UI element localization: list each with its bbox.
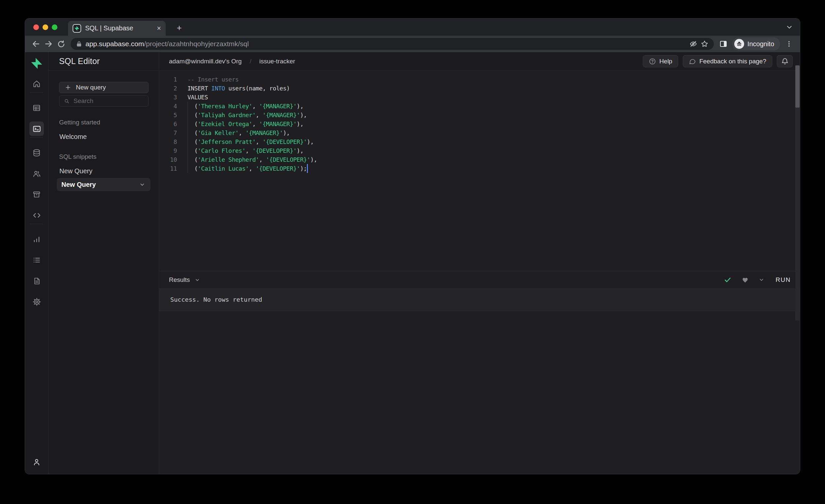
browser-toolbar: app.supabase.com/project/azahtnhqohyjerz…: [25, 35, 800, 52]
line-number: 10: [159, 155, 177, 164]
rail-divider: [30, 224, 43, 224]
page-title: SQL Editor: [59, 57, 100, 66]
search-input[interactable]: [74, 97, 144, 104]
sidebar-item-home[interactable]: [29, 77, 44, 91]
sql-code-editor[interactable]: 1-- Insert users2INSERT INTO users(name,…: [159, 71, 800, 271]
sidebar-item-api-docs[interactable]: [29, 274, 44, 288]
notifications-button[interactable]: [777, 55, 793, 67]
code-line[interactable]: 1-- Insert users: [159, 75, 800, 84]
nav-rail: [25, 52, 49, 474]
zoom-window-button[interactable]: [52, 24, 57, 30]
url-path: /project/azahtnhqohyjerzaxtmk/sql: [144, 40, 249, 48]
back-button[interactable]: [30, 38, 42, 50]
side-panel-icon[interactable]: [717, 38, 730, 50]
code-line[interactable]: 4 ('Theresa Hurley', '{MANAGER}'),: [159, 102, 800, 111]
text-cursor: [307, 164, 308, 173]
line-number: 11: [159, 164, 177, 173]
incognito-badge: Incognito: [732, 37, 780, 51]
sidebar-item-welcome[interactable]: Welcome: [59, 133, 149, 141]
incognito-label: Incognito: [747, 40, 774, 48]
url-host: app.supabase.com: [85, 40, 144, 48]
rail-divider: [30, 137, 43, 138]
new-tab-button[interactable]: +: [174, 23, 184, 33]
minimize-window-button[interactable]: [43, 24, 48, 30]
sidebar-item-new-query[interactable]: New Query: [59, 167, 149, 175]
supabase-logo: [74, 26, 80, 31]
url-bar[interactable]: app.supabase.com/project/azahtnhqohyjerz…: [71, 38, 714, 50]
url-text: app.supabase.com/project/azahtnhqohyjerz…: [85, 40, 686, 48]
traffic-lights: [33, 24, 57, 30]
lock-icon: [76, 41, 82, 47]
code-line[interactable]: 3VALUES: [159, 93, 800, 102]
help-button[interactable]: Help: [643, 55, 678, 67]
sidebar-header: SQL Editor: [49, 52, 159, 71]
code-line[interactable]: 6 ('Ezekiel Ortega', '{MANAGER}'),: [159, 120, 800, 128]
chevron-down-icon[interactable]: [759, 277, 764, 283]
code-line[interactable]: 11 ('Caitlin Lucas', '{DEVELOPER}');: [159, 164, 800, 173]
line-number: 8: [159, 137, 177, 146]
scrollbar-track[interactable]: [795, 107, 800, 320]
code-lines: 1-- Insert users2INSERT INTO users(name,…: [159, 75, 800, 173]
line-number: 1: [159, 75, 177, 84]
line-number: 7: [159, 128, 177, 137]
star-icon[interactable]: [700, 40, 708, 48]
supabase-logo[interactable]: [31, 57, 43, 69]
kebab-menu-icon[interactable]: [783, 38, 795, 50]
breadcrumb-project[interactable]: issue-tracker: [259, 58, 295, 65]
results-dropdown[interactable]: Results: [169, 276, 200, 284]
close-window-button[interactable]: [33, 24, 39, 30]
tab-title: SQL | Supabase: [85, 24, 153, 32]
supabase-app: SQL Editor New query Getting started Wel…: [25, 52, 800, 474]
sidebar-item-reports[interactable]: [29, 232, 44, 246]
line-number: 6: [159, 120, 177, 128]
sidebar-item-new-query-selected[interactable]: New Query: [57, 178, 150, 191]
tab-strip: SQL | Supabase × +: [25, 18, 800, 35]
sidebar-item-edge-functions[interactable]: [29, 208, 44, 222]
new-query-button[interactable]: New query: [59, 82, 149, 93]
heart-icon[interactable]: [742, 276, 749, 284]
chevron-down-icon[interactable]: [139, 182, 145, 188]
line-number: 2: [159, 84, 177, 93]
supabase-favicon: [73, 24, 81, 33]
run-button[interactable]: RUN: [774, 274, 792, 286]
results-empty-area: [159, 311, 800, 474]
query-result-message: Success. No rows returned: [159, 288, 800, 311]
sidebar-item-table-editor[interactable]: [29, 101, 44, 115]
tab-search-chevron-icon[interactable]: [786, 24, 793, 30]
tab-close-icon[interactable]: ×: [157, 25, 161, 32]
code-line[interactable]: 7 ('Gia Keller', '{MANAGER}'),: [159, 128, 800, 137]
breadcrumb-org[interactable]: adam@windmill.dev's Org: [169, 58, 241, 65]
line-number: 4: [159, 102, 177, 111]
eye-off-icon[interactable]: [689, 40, 697, 48]
sidebar-item-sql-editor[interactable]: [29, 122, 44, 136]
code-line[interactable]: 9 ('Carlo Flores', '{DEVELOPER}'),: [159, 146, 800, 155]
sidebar-item-storage[interactable]: [29, 187, 44, 202]
chat-bubble-icon: [689, 58, 696, 65]
scrollbar-thumb[interactable]: [795, 65, 800, 107]
sidebar-item-authentication[interactable]: [29, 166, 44, 181]
code-line[interactable]: 8 ('Jefferson Pratt', '{DEVELOPER}'),: [159, 137, 800, 146]
indent-guide: [188, 102, 188, 173]
browser-tab[interactable]: SQL | Supabase ×: [68, 21, 166, 35]
browser-window: SQL | Supabase × + app.supabase.com/proj…: [25, 18, 800, 474]
help-circle-icon: [649, 58, 656, 65]
breadcrumb-separator: /: [249, 58, 251, 65]
sql-editor-sidebar: SQL Editor New query Getting started Wel…: [49, 52, 159, 474]
line-number: 5: [159, 111, 177, 120]
settings-gear-icon[interactable]: [29, 294, 44, 309]
sidebar-item-database[interactable]: [29, 146, 44, 160]
bell-icon: [781, 57, 789, 65]
check-icon: [724, 276, 732, 284]
code-line[interactable]: 10 ('Arielle Shepherd', '{DEVELOPER}'),: [159, 155, 800, 164]
code-line[interactable]: 5 ('Taliyah Gardner', '{MANAGER}'),: [159, 111, 800, 120]
sidebar-item-logs[interactable]: [29, 253, 44, 267]
chevron-down-icon: [195, 277, 200, 283]
account-icon[interactable]: [29, 455, 44, 470]
line-number: 9: [159, 146, 177, 155]
feedback-button[interactable]: Feedback on this page?: [683, 55, 772, 67]
search-icon: [64, 98, 70, 104]
reload-button[interactable]: [55, 38, 67, 50]
section-heading-sql-snippets: SQL snippets: [59, 153, 149, 160]
code-line[interactable]: 2INSERT INTO users(name, roles): [159, 84, 800, 93]
forward-button[interactable]: [42, 38, 55, 50]
